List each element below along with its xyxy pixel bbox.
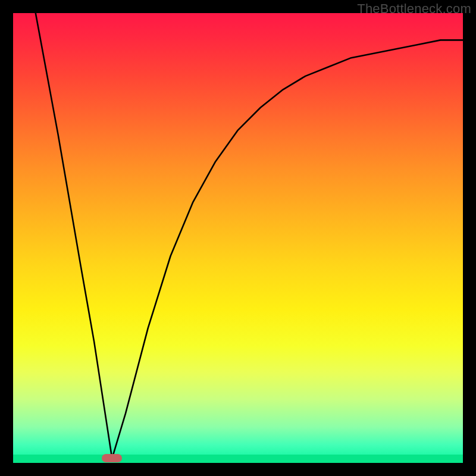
plot-area bbox=[13, 13, 463, 463]
bottleneck-curve bbox=[13, 13, 463, 463]
watermark-text: TheBottleneck.com bbox=[357, 1, 471, 17]
bottleneck-marker bbox=[102, 454, 122, 462]
chart-frame: TheBottleneck.com bbox=[0, 0, 476, 476]
